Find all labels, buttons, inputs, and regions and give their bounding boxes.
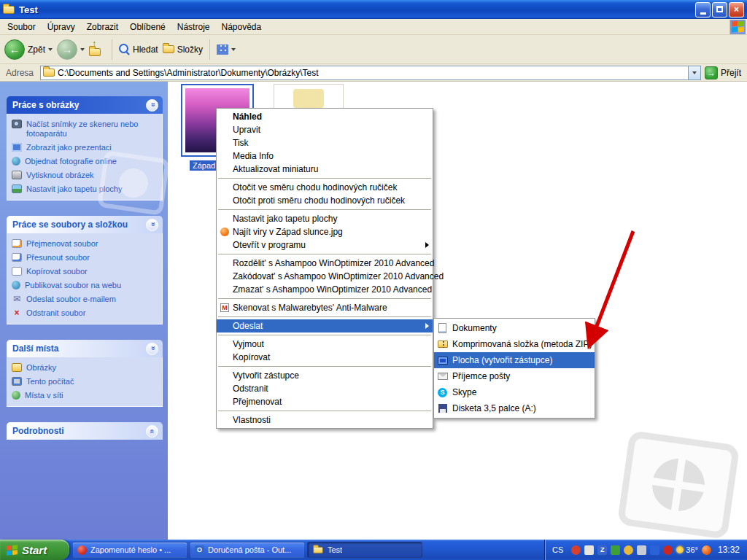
context-item-refresh-thumbnail[interactable]: Aktualizovat miniaturu	[217, 163, 433, 176]
views-grid-icon	[217, 44, 228, 55]
context-item-properties[interactable]: Vlastnosti	[217, 413, 433, 427]
context-item-media-info[interactable]: Media Info	[217, 149, 433, 163]
taskbar-task-forgotten-password[interactable]: Zapomenuté heslo • ...	[72, 542, 187, 558]
security-alert-icon[interactable]	[663, 545, 673, 555]
context-item-rename[interactable]: Přejmenovat	[217, 395, 433, 408]
address-dropdown-button[interactable]	[688, 66, 700, 79]
folders-icon	[163, 45, 174, 53]
temperature-value: 36°	[686, 545, 698, 554]
malwarebytes-icon: M	[220, 303, 229, 312]
start-button[interactable]: Start	[0, 540, 69, 560]
collapse-chevron-icon[interactable]: «	[146, 343, 158, 355]
collapse-chevron-icon[interactable]: «	[146, 219, 158, 231]
publish-web-icon	[12, 281, 20, 289]
sidebar-item-copy-file[interactable]: Kopírovat soubor	[12, 267, 158, 276]
sendto-item-documents[interactable]: Dokumenty	[434, 320, 595, 336]
menu-bar: Soubor Úpravy Zobrazit Oblíbené Nástroje…	[0, 19, 747, 35]
context-item-print[interactable]: Tisk	[217, 136, 433, 149]
sidebar-item-slideshow[interactable]: Zobrazit jako prezentaci	[12, 143, 158, 152]
taskbar-task-test-folder[interactable]: Test	[307, 542, 422, 558]
messenger-alert-icon[interactable]	[571, 545, 581, 555]
sidebar-item-my-computer[interactable]: Tento počítač	[12, 377, 158, 386]
browser-tray-icon[interactable]	[702, 545, 711, 555]
mail-notifier-icon[interactable]	[584, 545, 594, 555]
context-item-delete[interactable]: Odstranit	[217, 382, 433, 395]
go-button[interactable]: → Přejít	[705, 66, 744, 79]
menu-soubor[interactable]: Soubor	[1, 22, 42, 32]
views-button[interactable]	[217, 44, 236, 55]
network-status-icon[interactable]	[650, 545, 659, 555]
up-button[interactable]: ↑	[89, 43, 105, 56]
menu-napoveda[interactable]: Nápověda	[215, 22, 267, 32]
folders-button[interactable]: Složky	[163, 44, 203, 55]
context-item-split-winoptimizer[interactable]: Rozdělit' s Ashampoo WinOptimizer 2010 A…	[217, 257, 433, 270]
clock[interactable]: 13:32	[718, 545, 740, 555]
folder-icon	[313, 546, 323, 553]
context-item-open-with[interactable]: Otevřít v programu	[217, 238, 433, 252]
taskbar-task-inbox-outlook[interactable]: O Doručená pošta - Out...	[190, 542, 305, 558]
updater-icon[interactable]	[624, 545, 633, 555]
context-item-scan-malwarebytes[interactable]: MSkenovat s Malwarebytes' Anti-Malware	[217, 301, 433, 314]
context-item-create-shortcut[interactable]: Vytvořit zástupce	[217, 369, 433, 382]
address-input[interactable]: C:\Documents and Settings\Administrator\…	[40, 66, 701, 80]
system-tray: CS Z 36° 13:32	[544, 540, 747, 560]
zonealarm-icon[interactable]: Z	[597, 545, 607, 555]
context-item-set-wallpaper[interactable]: Nastavit jako tapetu plochy	[217, 212, 433, 225]
back-button[interactable]: ← Zpět	[4, 39, 53, 60]
menu-nastroje[interactable]: Nástroje	[171, 22, 216, 32]
forward-button[interactable]: →	[57, 39, 85, 60]
menu-oblibene[interactable]: Oblíbené	[124, 22, 171, 32]
weather-widget[interactable]: 36°	[676, 545, 698, 554]
windows-logo-icon	[729, 20, 746, 34]
antivirus-scan-icon	[220, 228, 229, 236]
expand-chevron-icon[interactable]: «	[146, 425, 158, 438]
file-folder-tasks-header[interactable]: Práce se soubory a složkou «	[7, 216, 163, 233]
sidebar-item-get-pictures[interactable]: Načíst snímky ze skeneru nebo fotoaparát…	[12, 120, 158, 139]
taskbar: Start Zapomenuté heslo • ... O Doručená …	[0, 540, 747, 560]
antivirus-shield-icon[interactable]	[611, 545, 620, 555]
go-arrow-icon: →	[705, 66, 718, 79]
sidebar-item-delete-file[interactable]: × Odstranit soubor	[12, 308, 158, 318]
picture-tasks-header[interactable]: Práce s obrázky «	[7, 96, 163, 114]
menu-separator	[218, 366, 431, 367]
up-arrow-icon: ↑	[92, 39, 96, 49]
sendto-item-floppy[interactable]: Disketa 3,5 palce (A:)	[434, 400, 595, 416]
collapse-chevron-icon[interactable]: «	[146, 99, 158, 112]
context-item-preview[interactable]: Náhled	[217, 110, 433, 123]
other-places-header[interactable]: Další místa «	[7, 340, 163, 357]
context-item-cut[interactable]: Vyjmout	[217, 338, 433, 351]
context-item-edit[interactable]: Upravit	[217, 123, 433, 136]
minimize-button[interactable]	[695, 2, 711, 18]
sidebar-item-network-places[interactable]: Místa v síti	[12, 391, 158, 400]
maximize-button[interactable]	[712, 2, 727, 18]
views-dropdown-icon	[231, 48, 236, 51]
sendto-item-skype[interactable]: SSkype	[434, 384, 595, 400]
sidebar-item-publish-web[interactable]: Publikovat soubor na webu	[12, 281, 158, 290]
floppy-disk-icon	[438, 404, 447, 413]
sidebar-item-email-file[interactable]: ✉ Odeslat soubor e-mailem	[12, 295, 158, 304]
language-indicator[interactable]: CS	[551, 545, 568, 554]
sendto-item-desktop-shortcut[interactable]: Plocha (vytvořit zástupce)	[434, 352, 595, 368]
close-button[interactable]: ×	[729, 2, 744, 18]
sendto-item-mail-recipient[interactable]: Příjemce pošty	[434, 368, 595, 384]
context-item-rotate-ccw[interactable]: Otočit proti směru chodu hodinových ruči…	[217, 194, 433, 207]
context-item-send-to[interactable]: Odeslat	[217, 319, 433, 332]
context-item-find-viruses[interactable]: Najít viry v Západ slunce.jpg	[217, 225, 433, 238]
sendto-item-zip-folder[interactable]: Komprimovaná složka (metoda ZIP)	[434, 336, 595, 352]
details-header[interactable]: Podrobnosti «	[7, 422, 163, 440]
menu-zobrazit[interactable]: Zobrazit	[81, 22, 124, 32]
context-item-rotate-cw[interactable]: Otočit ve směru chodu hodinových ručiček	[217, 181, 433, 194]
menu-upravy[interactable]: Úpravy	[42, 22, 81, 32]
other-places-pane: Další místa « Obrázky Tento počítač Míst…	[7, 340, 163, 407]
context-item-copy[interactable]: Kopírovat	[217, 351, 433, 364]
sidebar-item-move-file[interactable]: Přesunout soubor	[12, 253, 158, 262]
sidebar-item-pictures[interactable]: Obrázky	[12, 363, 158, 373]
back-dropdown-icon[interactable]	[48, 48, 53, 51]
search-button[interactable]: Hledat	[119, 44, 158, 55]
context-item-wipe-winoptimizer[interactable]: Zmazat' s Ashampoo WinOptimizer 2010 Adv…	[217, 283, 433, 296]
context-item-encode-winoptimizer[interactable]: Zakódovat' s Ashampoo WinOptimizer 2010 …	[217, 270, 433, 283]
menu-separator	[218, 298, 431, 299]
sidebar-item-rename-file[interactable]: Přejmenovat soubor	[12, 239, 158, 249]
keyboard-layout-icon[interactable]	[637, 545, 646, 555]
menu-separator	[218, 254, 431, 254]
